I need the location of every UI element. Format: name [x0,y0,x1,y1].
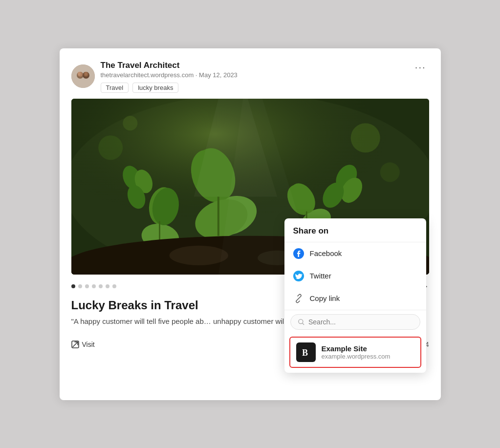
visit-link[interactable]: Visit [71,341,95,348]
header-info: The Travel Architect thetravelarchitect.… [101,60,238,93]
visit-label: Visit [82,341,95,348]
copy-link-label: Copy link [310,294,340,302]
search-input[interactable] [308,318,413,326]
avatar [71,64,95,88]
site-icon: B [296,342,316,362]
svg-point-5 [78,72,81,76]
header-left: The Travel Architect thetravelarchitect.… [71,60,238,93]
svg-point-27 [380,162,399,182]
svg-point-24 [169,245,228,265]
dot-2[interactable] [78,284,82,288]
search-icon [298,318,304,326]
twitter-icon [293,271,304,281]
blog-meta: thetravelarchitect.wordpress.com · May 1… [101,71,238,79]
share-title: Share on [293,226,329,235]
site-name: Example Site [322,344,391,353]
post-card: The Travel Architect thetravelarchitect.… [60,48,441,400]
facebook-icon [293,248,304,259]
external-link-icon [71,341,79,348]
tag-lucky-breaks[interactable]: lucky breaks [132,83,178,93]
svg-point-26 [350,123,380,152]
share-popup: Share on Facebook Twitter [284,218,426,373]
dot-4[interactable] [92,284,96,288]
search-input-wrap [290,314,420,330]
twitter-label: Twitter [310,272,331,280]
share-search [284,310,426,334]
dot-1[interactable] [71,284,75,288]
site-info: Example Site example.wordpress.com [322,344,391,360]
share-popup-header: Share on [284,218,426,242]
tag-travel[interactable]: Travel [101,83,129,93]
svg-text:B: B [302,348,308,358]
copy-link-icon [293,293,304,304]
share-facebook[interactable]: Facebook [284,242,426,265]
share-copy-link[interactable]: Copy link [284,287,426,310]
site-url: example.wordpress.com [322,353,391,360]
blog-title: The Travel Architect [101,60,238,71]
dot-5[interactable] [99,284,103,288]
dot-7[interactable] [112,284,116,288]
share-twitter[interactable]: Twitter [284,265,426,287]
dot-6[interactable] [106,284,109,288]
card-header: The Travel Architect thetravelarchitect.… [71,60,429,93]
tags-container: Travel lucky breaks [101,83,238,93]
more-button[interactable]: ··· [412,60,429,74]
svg-point-29 [123,116,137,130]
svg-point-28 [98,135,123,160]
facebook-label: Facebook [310,249,342,257]
site-result[interactable]: B Example Site example.wordpress.com [289,337,421,368]
dot-3[interactable] [85,284,89,288]
svg-point-6 [85,72,87,76]
